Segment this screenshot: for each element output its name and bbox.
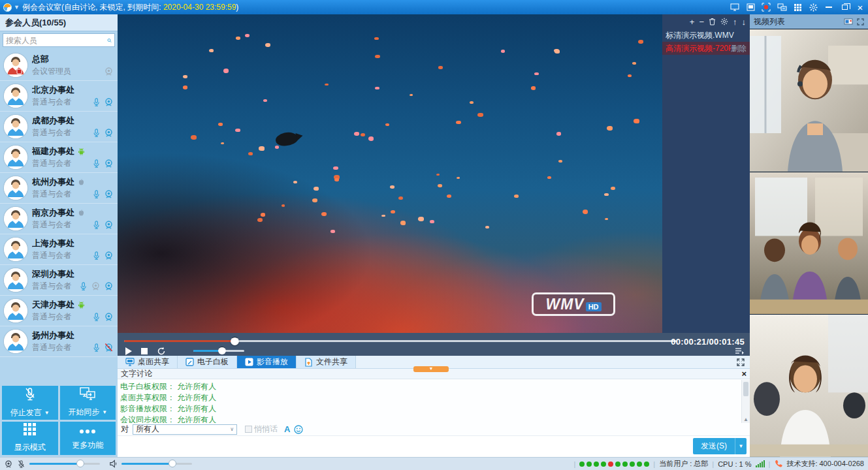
chevron-down-icon[interactable]: ▼ [44,410,50,416]
webcam-status-icon[interactable] [4,460,13,469]
restore-button[interactable] [837,0,852,14]
mic-icon[interactable] [92,343,101,352]
camera-icon[interactable] [104,251,114,260]
playlist-item[interactable]: 高清演示视频-720P.wmv 删除 [662,42,750,55]
participant-row[interactable]: 总部 会议管理员 [0,50,118,81]
playlist-item[interactable]: 标清演示视频.WMV [662,29,750,42]
message-input[interactable]: 发送(S) ▼ [118,436,750,457]
participant-row[interactable]: 南京办事处 普通与会者 [0,204,118,234]
settings-gear-icon[interactable] [805,0,821,14]
participant-role: 普通与会者 [32,311,92,322]
mic-muted-icon[interactable] [17,460,25,469]
search-box[interactable] [3,33,115,47]
play-button[interactable] [125,347,132,355]
chevron-down-icon[interactable]: ▼ [14,4,20,10]
chat-message: 会议同步权限： 允许所有人 [120,415,741,423]
volume-thumb[interactable] [218,347,226,354]
playlist-settings-icon[interactable] [720,18,728,25]
speaker-volume-slider[interactable] [121,463,192,465]
expand-icon[interactable] [857,18,864,25]
playlist-toggle-icon[interactable] [735,347,745,354]
participant-row[interactable]: 深圳办事处 普通与会者 [0,265,118,296]
playlist-trash-icon[interactable] [709,18,716,25]
mic-volume-slider[interactable] [29,463,100,465]
mic-icon[interactable] [92,312,101,322]
camera-icon[interactable] [104,67,114,76]
collapse-handle[interactable]: ▼ [413,366,449,372]
tab-label: 影音播放 [257,356,288,368]
fullscreen-icon[interactable] [731,356,750,368]
mic-icon[interactable] [79,281,88,291]
camera-icon[interactable] [104,312,114,322]
playlist-move-up-icon[interactable]: ↑ [733,17,737,27]
quality-dot [594,462,599,467]
recipient-select[interactable]: 所有人∨ [133,424,237,435]
grid-button[interactable]: 显示模式 [2,422,58,456]
stop-button[interactable] [141,348,148,354]
whisper-checkbox[interactable] [245,426,252,433]
seek-thumb[interactable] [231,337,239,345]
minimize-button[interactable] [821,0,837,14]
camera-icon[interactable] [91,281,101,291]
participant-row[interactable]: 福建办事处 普通与会者 [0,142,118,173]
playlist-add-icon[interactable]: + [690,17,695,27]
network-share-icon[interactable] [774,0,790,14]
participant-row[interactable]: 上海办事处 普通与会者 [0,234,118,265]
participant-row[interactable]: 扬州办事处 普通与会者 [0,326,118,357]
send-button[interactable]: 发送(S) [693,438,735,454]
video-player-surface[interactable]: WMV HD [118,14,662,333]
search-input[interactable] [6,36,107,45]
tab-media-play[interactable]: 影音播放 [237,356,297,368]
tab-file-share[interactable]: 文件共享 [297,356,356,368]
quality-dot [615,462,620,467]
video-thumbnail-3[interactable] [750,314,868,457]
font-button[interactable]: A [284,424,290,434]
mic-icon[interactable] [92,251,101,260]
screen-share-icon[interactable] [727,0,743,14]
camera-icon[interactable] [104,281,114,291]
delete-item-button[interactable]: 删除 [731,42,747,55]
window-mode-icon[interactable] [743,0,758,14]
loop-button[interactable] [157,347,166,356]
participant-row[interactable]: 天津办事处 普通与会者 [0,296,118,326]
playlist-move-down-icon[interactable]: ↓ [742,17,747,27]
camera-icon[interactable] [104,189,114,199]
mic-icon[interactable] [92,220,101,230]
chat-close-icon[interactable]: × [741,369,747,378]
video-thumbnail-1[interactable] [750,29,868,172]
seek-bar[interactable] [124,340,677,342]
mic-icon[interactable] [92,97,101,107]
speaker-icon[interactable] [109,460,118,468]
emoji-icon[interactable] [294,425,303,434]
participant-row[interactable]: 成都办事处 普通与会者 [0,112,118,142]
whisper-option[interactable]: 悄悄话 [245,424,278,435]
scrollbar-up-icon[interactable]: ▲ [742,416,750,422]
sync-screens-button[interactable]: 开始同步▼ [60,386,116,420]
camera-icon[interactable] [104,128,114,138]
send-options-icon[interactable]: ▼ [735,438,747,454]
camera-icon[interactable] [104,159,114,168]
record-icon[interactable] [758,0,774,14]
participant-row[interactable]: 北京办事处 普通与会者 [0,81,118,112]
chat-scrollbar[interactable]: ▲ [741,380,750,423]
camera-icon[interactable] [104,220,114,230]
video-mode-icon[interactable] [844,18,853,25]
mic-slash-button[interactable]: 停止发言▼ [2,386,58,420]
scrollbar-thumb[interactable] [743,382,748,396]
chevron-down-icon[interactable]: ▼ [102,409,107,415]
search-icon[interactable] [107,36,112,45]
ellipsis-button[interactable]: 更多功能 [60,422,116,456]
close-button[interactable]: × [852,0,868,14]
tab-whiteboard[interactable]: 电子白板 [178,356,237,368]
apps-grid-icon[interactable] [790,0,805,14]
mic-icon[interactable] [92,159,101,168]
video-thumbnail-2[interactable] [750,172,868,315]
mic-icon[interactable] [92,189,101,199]
volume-slider[interactable] [193,350,244,352]
camera-icon[interactable] [104,97,114,107]
camera-off-icon[interactable] [104,343,114,352]
mic-icon[interactable] [92,128,101,138]
tab-desktop-share[interactable]: 桌面共享 [118,356,178,368]
playlist-remove-icon[interactable]: − [699,17,704,27]
participant-row[interactable]: 杭州办事处 普通与会者 [0,173,118,204]
